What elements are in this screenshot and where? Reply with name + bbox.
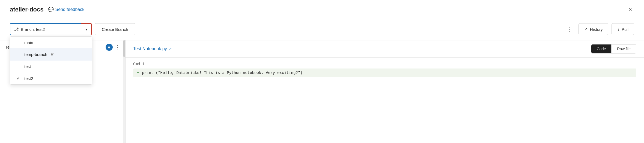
notebook-name: Test Notebook.py <box>133 46 167 51</box>
code-line: + print ("Hello, Databricks! This is a P… <box>133 68 636 77</box>
branch-dropdown-button[interactable]: ▾ <box>81 23 92 35</box>
row-actions: A ⋮ <box>106 44 120 51</box>
check-icon: ✓ <box>17 76 22 81</box>
raw-file-tab[interactable]: Raw file <box>612 44 636 53</box>
branch-item-label: temp-branch <box>24 52 47 57</box>
history-label: History <box>590 27 603 32</box>
check-placeholder-3 <box>17 64 22 69</box>
cursor-icon: ☛ <box>50 52 54 57</box>
app-container: atelier-docs 💬 Send feedback × ⎇ Branch:… <box>0 0 644 143</box>
code-text: print ("Hello, Databricks! This is a Pyt… <box>142 71 302 75</box>
history-button[interactable]: ↗ History <box>579 23 609 35</box>
check-placeholder <box>17 40 22 45</box>
branch-item-temp-branch[interactable]: temp-branch ☛ <box>10 48 92 61</box>
code-tab-group: Code Raw file <box>591 44 636 53</box>
branch-item-test[interactable]: test <box>10 61 92 72</box>
toolbar: ⎇ Branch: test2 ▾ main temp-branch ☛ <box>0 18 644 35</box>
right-panel: Test Notebook.py ↗ Code Raw file Cmd 1 +… <box>126 40 644 143</box>
history-icon: ↗ <box>584 27 588 32</box>
cmd-label: Cmd 1 <box>133 62 636 66</box>
main-content: Test Notebook.py A ⋮ Test Notebook.py ↗ … <box>0 40 644 143</box>
chevron-down-icon: ▾ <box>85 27 87 31</box>
scrollbar-thumb[interactable] <box>123 40 125 57</box>
branch-selector-wrapper: ⎇ Branch: test2 ▾ main temp-branch ☛ <box>10 23 92 35</box>
branch-input[interactable]: ⎇ Branch: test2 <box>10 23 81 35</box>
branch-item-label: main <box>24 40 33 45</box>
pull-button[interactable]: ↓ Pull <box>612 23 634 35</box>
external-link-icon: ↗ <box>169 47 172 51</box>
letter-badge: A <box>106 44 113 51</box>
branch-item-label: test2 <box>24 76 33 81</box>
more-options-button[interactable]: ⋮ <box>565 25 575 34</box>
branch-icon: ⎇ <box>14 27 19 32</box>
app-title: atelier-docs <box>10 6 44 13</box>
branch-dropdown-menu: main temp-branch ☛ test ✓ test2 <box>10 36 92 85</box>
code-content: Cmd 1 + print ("Hello, Databricks! This … <box>126 58 644 143</box>
notebook-link[interactable]: Test Notebook.py ↗ <box>133 46 172 51</box>
branch-value-label: Branch: test2 <box>21 27 45 32</box>
branch-item-main[interactable]: main <box>10 37 92 48</box>
code-tab[interactable]: Code <box>591 44 611 53</box>
code-plus-sign: + <box>137 71 139 75</box>
pull-label: Pull <box>622 27 628 32</box>
check-placeholder-2 <box>17 52 22 57</box>
feedback-label: Send feedback <box>55 7 85 12</box>
branch-item-test2[interactable]: ✓ test2 <box>10 72 92 84</box>
header: atelier-docs 💬 Send feedback × <box>0 0 644 18</box>
pull-icon: ↓ <box>617 27 619 32</box>
branch-item-label: test <box>24 64 31 69</box>
close-button[interactable]: × <box>626 5 634 14</box>
code-header: Test Notebook.py ↗ Code Raw file <box>126 40 644 58</box>
feedback-icon: 💬 <box>48 7 54 13</box>
scrollbar-track <box>123 40 125 143</box>
create-branch-button[interactable]: Create Branch <box>95 23 135 35</box>
row-more-button[interactable]: ⋮ <box>115 44 120 50</box>
feedback-link[interactable]: 💬 Send feedback <box>48 7 85 13</box>
